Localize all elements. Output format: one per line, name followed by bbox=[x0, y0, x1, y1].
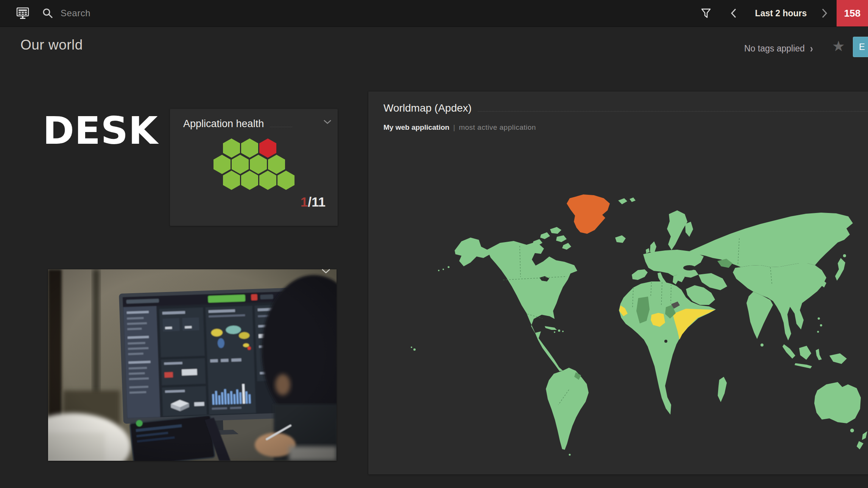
app-hexagon-healthy[interactable] bbox=[241, 138, 258, 158]
tile-title: Application health bbox=[183, 118, 264, 130]
tags-filter-label: No tags applied bbox=[744, 44, 805, 54]
app-hexagon-healthy[interactable] bbox=[213, 155, 231, 174]
title-divider bbox=[478, 111, 868, 112]
app-hexagon-healthy[interactable] bbox=[250, 155, 267, 174]
search-input[interactable]: Search bbox=[61, 0, 90, 26]
search-button[interactable] bbox=[39, 0, 56, 26]
chevron-right-icon: › bbox=[810, 42, 813, 55]
app-hexagon-healthy[interactable] bbox=[259, 171, 276, 190]
edit-dashboard-button[interactable]: E bbox=[853, 37, 868, 57]
problems-badge[interactable]: 158 bbox=[837, 0, 868, 26]
time-range-selector[interactable]: Last 2 hours bbox=[745, 0, 817, 26]
app-hexagon-healthy[interactable] bbox=[277, 171, 295, 190]
app-hexagon-healthy[interactable] bbox=[223, 138, 240, 158]
app-hexagon-healthy[interactable] bbox=[223, 171, 240, 190]
tile-subtitle: My web application | most active applica… bbox=[383, 123, 536, 132]
app-hexagon-healthy[interactable] bbox=[268, 155, 285, 174]
chevron-down-icon bbox=[323, 120, 332, 124]
chevron-right-icon bbox=[821, 8, 827, 18]
tile-options-button[interactable] bbox=[323, 119, 332, 126]
chevron-down-icon bbox=[321, 269, 330, 274]
application-health-tile[interactable]: Application health 1/11 bbox=[170, 109, 338, 226]
total-count: /11 bbox=[308, 194, 326, 209]
app-hexagon-healthy[interactable] bbox=[241, 171, 258, 190]
filter-button[interactable] bbox=[698, 0, 714, 26]
team-desk-photo bbox=[48, 269, 337, 461]
time-range-previous-button[interactable] bbox=[726, 0, 741, 26]
dashboard-page: Search Last 2 hours 158 Our world No tag… bbox=[0, 0, 868, 488]
title-divider bbox=[270, 127, 292, 127]
subtitle-separator: | bbox=[453, 123, 455, 132]
affected-count: 1 bbox=[301, 194, 308, 209]
favorite-star-button[interactable]: ★ bbox=[832, 38, 845, 54]
page-title: Our world bbox=[20, 37, 83, 53]
markdown-tile-desk: DESK bbox=[43, 112, 158, 150]
photo-tile[interactable] bbox=[48, 269, 337, 461]
tags-filter-button[interactable]: No tags applied › bbox=[744, 43, 813, 54]
health-summary: 1/11 bbox=[301, 194, 326, 210]
subtitle-note: most active application bbox=[459, 123, 536, 132]
application-name: My web application bbox=[383, 123, 449, 132]
apdex-world-map[interactable] bbox=[406, 193, 868, 462]
search-icon bbox=[42, 8, 53, 19]
chevron-left-icon bbox=[731, 8, 737, 18]
dashboards-menu-button[interactable] bbox=[11, 0, 34, 26]
dashboard-monitor-icon bbox=[16, 7, 29, 19]
worldmap-tile[interactable]: Worldmap (Apdex) My web application | mo… bbox=[368, 92, 868, 474]
app-hexagon-problem[interactable] bbox=[259, 138, 276, 158]
time-range-next-button[interactable] bbox=[817, 0, 832, 26]
filter-funnel-icon bbox=[701, 8, 711, 19]
tile-options-button[interactable] bbox=[321, 269, 330, 275]
tile-title: Worldmap (Apdex) bbox=[383, 102, 472, 114]
app-hexagon-healthy[interactable] bbox=[232, 155, 249, 174]
top-bar: Search Last 2 hours 158 bbox=[0, 0, 868, 27]
tile-header: Application health bbox=[170, 109, 338, 130]
